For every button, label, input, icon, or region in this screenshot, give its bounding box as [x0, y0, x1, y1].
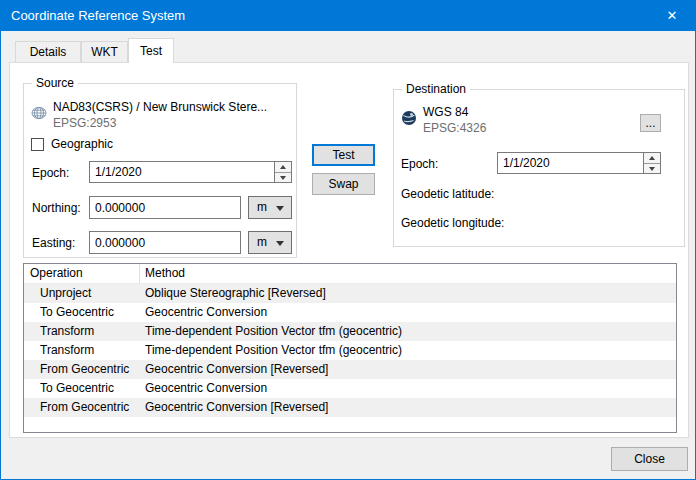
table-row[interactable]: To Geocentric Geocentric Conversion [24, 303, 676, 322]
source-group-label: Source [32, 76, 78, 90]
operation-cell: Transform [24, 322, 140, 341]
wireframe-globe-icon [31, 105, 47, 121]
method-cell: Geocentric Conversion [Reversed] [140, 398, 676, 417]
source-epoch-label: Epoch: [32, 166, 69, 180]
operations-table: Operation Method Unproject Oblique Stere… [23, 263, 677, 433]
destination-group-label: Destination [402, 82, 470, 96]
destination-epoch-spinner[interactable] [643, 153, 660, 173]
operation-cell: From Geocentric [24, 360, 140, 379]
spin-up-icon[interactable] [644, 153, 660, 163]
operation-cell: Transform [24, 341, 140, 360]
method-cell: Time-dependent Position Vector tfm (geoc… [140, 341, 676, 360]
source-crs-name: NAD83(CSRS) / New Brunswick Stere... [53, 100, 267, 114]
source-crs-code: EPSG:2953 [53, 116, 116, 130]
method-cell: Geocentric Conversion [140, 379, 676, 398]
destination-epoch-field[interactable] [497, 152, 661, 174]
method-cell: Geocentric Conversion [Reversed] [140, 360, 676, 379]
method-cell: Oblique Stereographic [Reversed] [140, 284, 676, 303]
northing-input[interactable] [90, 197, 240, 218]
table-row[interactable]: Transform Time-dependent Position Vector… [24, 341, 676, 360]
method-cell: Geocentric Conversion [140, 303, 676, 322]
spin-down-icon[interactable] [644, 163, 660, 173]
northing-label: Northing: [32, 201, 81, 215]
geographic-label: Geographic [51, 137, 113, 151]
operation-cell: Unproject [24, 284, 140, 303]
easting-input[interactable] [90, 232, 240, 253]
easting-label: Easting: [32, 236, 75, 250]
table-row[interactable]: From Geocentric Geocentric Conversion [R… [24, 398, 676, 417]
test-button[interactable]: Test [312, 144, 375, 166]
easting-unit-value: m [257, 235, 267, 249]
geodetic-longitude-label: Geodetic longitude: [401, 216, 504, 230]
operation-cell: To Geocentric [24, 379, 140, 398]
spin-up-icon[interactable] [275, 162, 291, 172]
earth-globe-icon [401, 110, 417, 126]
tab-test[interactable]: Test [128, 38, 174, 63]
close-button[interactable]: Close [611, 447, 688, 471]
destination-epoch-input[interactable] [498, 153, 660, 173]
destination-crs-name: WGS 84 [423, 105, 468, 119]
source-epoch-field[interactable] [89, 161, 292, 183]
table-header: Operation Method [24, 264, 676, 284]
source-epoch-input[interactable] [90, 162, 291, 182]
operation-cell: From Geocentric [24, 398, 140, 417]
tab-wkt[interactable]: WKT [81, 41, 128, 63]
source-epoch-spinner[interactable] [274, 162, 291, 182]
crs-dialog: Coordinate Reference System ✕ Details WK… [0, 0, 696, 480]
table-row[interactable]: From Geocentric Geocentric Conversion [R… [24, 360, 676, 379]
northing-unit-combo[interactable]: m [248, 196, 292, 219]
tab-details[interactable]: Details [15, 41, 81, 63]
browse-crs-button[interactable]: ... [640, 114, 661, 132]
title-bar: Coordinate Reference System ✕ [1, 1, 695, 31]
swap-button[interactable]: Swap [312, 173, 375, 195]
destination-epoch-label: Epoch: [401, 157, 438, 171]
window-title: Coordinate Reference System [11, 1, 185, 31]
close-icon[interactable]: ✕ [649, 1, 695, 31]
easting-unit-combo[interactable]: m [248, 231, 292, 254]
easting-field[interactable] [89, 231, 241, 254]
geographic-checkbox[interactable] [31, 138, 44, 151]
northing-unit-value: m [257, 200, 267, 214]
column-header-operation[interactable]: Operation [24, 264, 140, 283]
table-row[interactable]: Transform Time-dependent Position Vector… [24, 322, 676, 341]
geodetic-latitude-label: Geodetic latitude: [401, 187, 494, 201]
table-row[interactable]: To Geocentric Geocentric Conversion [24, 379, 676, 398]
method-cell: Time-dependent Position Vector tfm (geoc… [140, 322, 676, 341]
northing-field[interactable] [89, 196, 241, 219]
spin-down-icon[interactable] [275, 172, 291, 182]
operation-cell: To Geocentric [24, 303, 140, 322]
destination-crs-code: EPSG:4326 [423, 121, 486, 135]
table-row[interactable]: Unproject Oblique Stereographic [Reverse… [24, 284, 676, 303]
column-header-method[interactable]: Method [140, 264, 676, 283]
